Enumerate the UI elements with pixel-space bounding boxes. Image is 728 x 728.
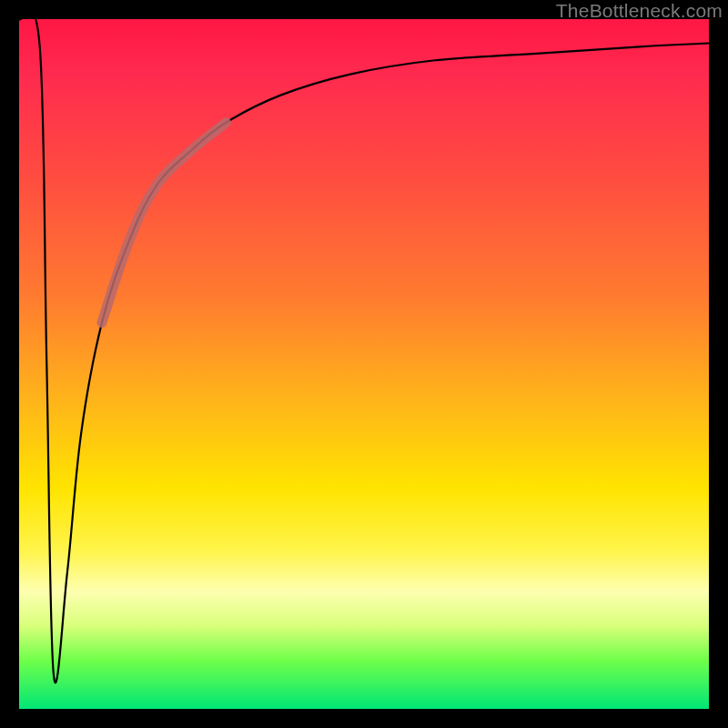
plot-area [19,19,709,709]
chart-frame: TheBottleneck.com [0,0,728,728]
curve-layer [19,19,709,709]
bottleneck-curve [19,11,709,682]
curve-highlight [102,123,226,323]
